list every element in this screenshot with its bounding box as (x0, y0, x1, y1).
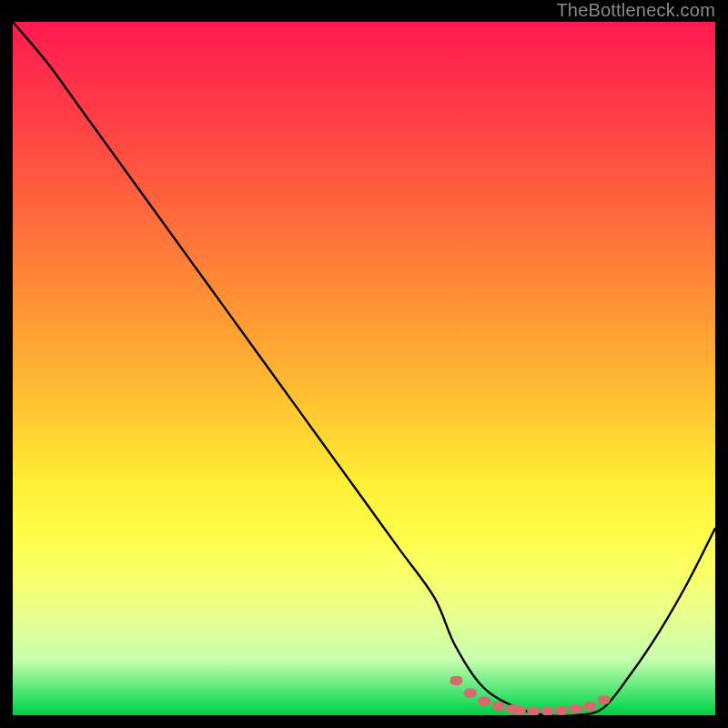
low-region-markers (450, 676, 610, 715)
bottleneck-curve-line (13, 22, 715, 715)
plot-area (13, 22, 715, 715)
chart-stage: TheBottleneck.com (0, 0, 728, 728)
marker-dot (583, 702, 596, 711)
marker-dot (527, 706, 540, 715)
marker-dot (478, 697, 490, 706)
marker-dot (492, 702, 505, 711)
marker-dot (464, 689, 477, 698)
marker-dot (513, 706, 526, 715)
curve-layer (13, 22, 715, 715)
marker-dot (555, 706, 568, 715)
watermark-text: TheBottleneck.com (556, 0, 715, 21)
marker-dot (597, 695, 610, 704)
marker-dot (570, 704, 582, 713)
marker-dot (541, 706, 554, 715)
marker-dot (450, 676, 462, 685)
